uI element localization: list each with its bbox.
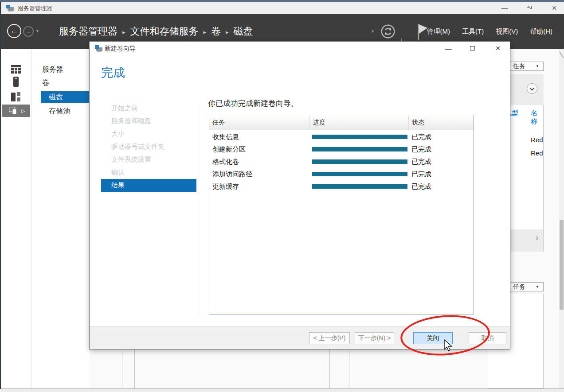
sidebar-item-disks-selected[interactable]: 磁盘 xyxy=(41,91,89,103)
dialog-maximize-button[interactable] xyxy=(462,42,482,55)
step-results-selected[interactable]: 结果 xyxy=(101,179,196,192)
task-status: 已完成 xyxy=(409,158,474,166)
task-status: 已完成 xyxy=(409,145,474,154)
task-name: 创建新分区 xyxy=(209,145,310,154)
history-caret-icon[interactable]: ▼ xyxy=(35,29,39,33)
steps-content-separator xyxy=(199,104,199,315)
app-title: 服务器管理器 xyxy=(18,4,52,12)
progress-bar xyxy=(312,184,407,189)
task-name: 收集信息 xyxy=(209,133,310,141)
breadcrumb-item-disks[interactable]: 磁盘 xyxy=(234,25,253,38)
forward-button[interactable]: → xyxy=(23,26,34,37)
header-status[interactable]: 状态 xyxy=(409,115,474,130)
dialog-minimize-button[interactable]: — xyxy=(439,42,458,55)
wizard-steps: 开始之前 服务器和磁盘 大小 驱动器号或文件夹 文件系统设置 确认 结果 xyxy=(101,102,196,192)
completion-statement: 你已成功完成新建卷向导。 xyxy=(208,98,298,109)
task-name: 更新缓存 xyxy=(209,182,310,191)
step-before-begin[interactable]: 开始之前 xyxy=(101,102,196,115)
table-row: 创建新分区 已完成 xyxy=(209,143,474,155)
pane-divider xyxy=(349,349,349,388)
task-status: 已完成 xyxy=(409,182,474,191)
file-storage-icon xyxy=(9,107,18,115)
tasks-label: 任务 xyxy=(513,62,525,70)
scrollbar-thumb[interactable] xyxy=(560,220,564,310)
window-restore-button[interactable] xyxy=(519,2,539,14)
step-size[interactable]: 大小 xyxy=(101,128,196,140)
column-header-type[interactable]: 型 xyxy=(512,109,518,117)
local-server-icon xyxy=(13,77,19,87)
disk-row[interactable]: Red xyxy=(531,136,543,144)
window-bottom-strip xyxy=(1,389,564,392)
step-file-system[interactable]: 文件系统设置 xyxy=(101,153,196,166)
back-step-button[interactable]: < 上一步(P) xyxy=(309,332,350,344)
sidebar-icon-file-storage-selected[interactable]: ▷ xyxy=(2,105,30,117)
progress-bar xyxy=(312,159,407,164)
sidebar-item-servers[interactable]: 服务器 xyxy=(42,65,63,74)
app-titlebar: 服务器管理器 — × xyxy=(0,2,564,14)
window-minimize-button[interactable]: — xyxy=(495,2,514,14)
column-header-name[interactable]: 名称 xyxy=(531,109,543,126)
step-server-disk[interactable]: 服务器和磁盘 xyxy=(101,115,196,128)
step-drive-letter[interactable]: 驱动器号或文件夹 xyxy=(101,140,196,153)
sidebar-item-disks-label: 磁盘 xyxy=(49,93,63,102)
tasks-caret-icon: ▼ xyxy=(536,64,539,68)
new-volume-wizard-dialog: 新建卷向导 — × 完成 开始之前 服务器和磁盘 大小 驱动器号或文件夹 文件系… xyxy=(89,41,510,349)
task-status: 已完成 xyxy=(409,170,474,179)
menu-help[interactable]: 帮助(H) xyxy=(530,27,552,36)
all-servers-icon xyxy=(11,92,21,101)
volumes-tasks-dropdown[interactable]: 任务 ▼ xyxy=(509,282,544,291)
header-task[interactable]: 任务 xyxy=(209,115,310,130)
sidebar-icon-all-servers[interactable] xyxy=(1,90,31,103)
task-name: 添加访问路径 xyxy=(209,170,310,179)
breadcrumb-separator-icon: ▸ xyxy=(204,29,207,35)
disk-row[interactable]: Red xyxy=(531,149,543,157)
header-progress[interactable]: 进度 xyxy=(310,115,409,130)
scrollbar-track[interactable] xyxy=(559,49,564,388)
menu-manage[interactable]: 管理(M) xyxy=(427,27,450,36)
table-header: 任务 进度 状态 xyxy=(209,115,474,130)
expand-arrow-icon: ▷ xyxy=(21,108,25,114)
task-status: 已完成 xyxy=(409,133,474,141)
wizard-icon xyxy=(95,45,103,52)
step-confirm[interactable]: 确认 xyxy=(101,166,196,179)
chevron-down-icon xyxy=(529,85,534,90)
task-name: 格式化卷 xyxy=(209,158,310,166)
breadcrumb-item-volumes[interactable]: 卷 xyxy=(211,25,221,38)
menu-view[interactable]: 视图(V) xyxy=(496,27,518,36)
menu-tools[interactable]: 工具(T) xyxy=(462,27,484,36)
sidebar-icon-local-server[interactable] xyxy=(1,75,31,88)
breadcrumb-separator-icon: ▸ xyxy=(122,29,125,35)
table-row: 添加访问路径 已完成 xyxy=(209,168,474,180)
breadcrumb-item-server-manager[interactable]: 服务器管理器 xyxy=(59,25,118,38)
progress-bar xyxy=(312,135,407,139)
progress-bar xyxy=(312,172,407,176)
sidebar-item-storage-pools[interactable]: 存储池 xyxy=(49,107,70,116)
wizard-page-title: 完成 xyxy=(101,65,125,81)
back-button[interactable]: ← xyxy=(7,24,21,38)
window-left-border xyxy=(0,2,1,389)
disks-tasks-dropdown[interactable]: 任务 ▼ xyxy=(509,62,544,71)
breadcrumb-item-file-storage[interactable]: 文件和存储服务 xyxy=(130,25,199,38)
dialog-close-button[interactable]: × xyxy=(488,42,508,55)
notifications-flag-icon[interactable] xyxy=(411,23,427,41)
breadcrumb-separator-icon: ▸ xyxy=(226,29,229,35)
table-row: 更新缓存 已完成 xyxy=(209,180,474,193)
breadcrumb-dropdown-caret-icon[interactable]: ▼ xyxy=(371,29,375,34)
chevron-right-icon[interactable]: › xyxy=(536,233,539,242)
tasks-table: 任务 进度 状态 收集信息 已完成 创建新分区 已完成 格式化卷 已完成 添加访… xyxy=(209,115,474,314)
refresh-icon[interactable] xyxy=(380,24,396,39)
next-step-button[interactable]: 下一步(N) > xyxy=(355,332,394,344)
table-row: 格式化卷 已完成 xyxy=(209,155,474,168)
window-close-button[interactable]: × xyxy=(544,2,564,14)
collapse-chevron-button[interactable] xyxy=(527,83,537,94)
app-window: 服务器管理器 — × ← → ▼ 服务器管理器 ▸ 文件和存储服务 ▸ 卷 ▸ … xyxy=(0,0,564,392)
column-separator xyxy=(526,105,526,229)
pane-divider xyxy=(134,349,135,388)
sidebar-item-volumes[interactable]: 卷 xyxy=(42,78,49,88)
sidebar-icon-dashboard[interactable] xyxy=(1,63,31,75)
scrollbar-corner-mark xyxy=(559,51,564,59)
dialog-title: 新建卷向导 xyxy=(105,45,136,53)
sidebar-icon-strip: ▷ xyxy=(1,49,31,388)
restore-icon xyxy=(527,6,532,10)
sidebar-nav: 服务器 卷 磁盘 存储池 xyxy=(31,49,89,388)
